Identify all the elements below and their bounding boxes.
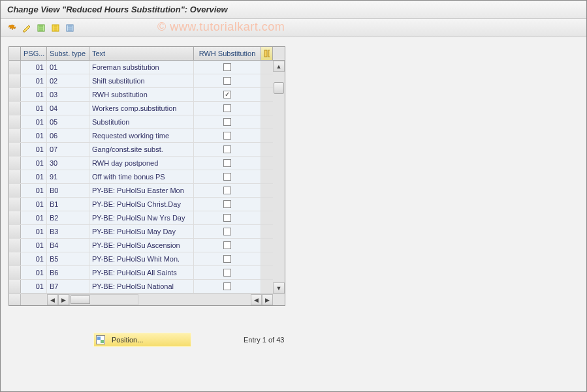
rwh-checkbox[interactable] xyxy=(223,104,231,112)
table-row[interactable]: 0130RWH day postponed xyxy=(9,157,285,170)
hs-right-1[interactable]: ▶ xyxy=(58,294,69,305)
configure-columns-button[interactable] xyxy=(261,47,273,60)
select-all-button[interactable] xyxy=(35,22,48,35)
row-selector[interactable] xyxy=(9,239,21,252)
svg-rect-3 xyxy=(264,50,267,57)
toolbar: © www.tutorialkart.com xyxy=(1,19,586,37)
rwh-checkbox[interactable] xyxy=(223,241,231,249)
hs-left-1[interactable]: ◀ xyxy=(47,294,58,305)
rwh-checkbox[interactable] xyxy=(223,63,231,71)
change-button[interactable] xyxy=(20,22,33,35)
cell-text: Foreman substitution xyxy=(89,61,194,74)
rwh-checkbox[interactable] xyxy=(223,77,231,85)
vertical-scrollbar[interactable]: ▲ ▼ xyxy=(273,61,285,294)
table-row[interactable]: 0103RWH substitution xyxy=(9,88,285,102)
row-selector[interactable] xyxy=(9,102,21,115)
hs-right-2[interactable]: ▶ xyxy=(262,294,273,305)
table-row[interactable]: 0105Substitution xyxy=(9,115,285,129)
row-selector[interactable] xyxy=(9,252,21,265)
rwh-checkbox[interactable] xyxy=(223,255,231,263)
row-selector[interactable] xyxy=(9,211,21,224)
cell-subst-type: B1 xyxy=(47,198,89,211)
position-button[interactable]: Position... xyxy=(93,333,191,347)
rwh-checkbox[interactable] xyxy=(223,159,231,167)
cell-psg: 01 xyxy=(21,280,47,293)
rwh-checkbox[interactable] xyxy=(223,91,231,98)
table-row[interactable]: 01B6PY-BE: PuHolSu All Saints xyxy=(9,266,285,280)
cell-subst-type: 01 xyxy=(47,61,89,74)
cell-subst-type: B6 xyxy=(47,266,89,279)
rwh-checkbox[interactable] xyxy=(223,173,231,181)
rwh-checkbox[interactable] xyxy=(223,282,231,290)
rwh-checkbox[interactable] xyxy=(223,228,231,235)
rwh-checkbox[interactable] xyxy=(223,145,231,153)
table-row[interactable]: 01B1PY-BE: PuHolSu Christ.Day xyxy=(9,198,285,211)
rwh-checkbox[interactable] xyxy=(223,187,231,194)
hs-track-1[interactable] xyxy=(69,294,138,305)
row-selector[interactable] xyxy=(9,170,21,183)
table-row[interactable]: 0106Requested working time xyxy=(9,129,285,143)
table-settings-button[interactable] xyxy=(63,22,76,35)
row-selector[interactable] xyxy=(9,198,21,211)
table-row[interactable]: 0102Shift substitution xyxy=(9,74,285,88)
cell-rwh xyxy=(194,102,261,115)
table-row[interactable]: 01B0PY-BE: PuHolSu Easter Mon xyxy=(9,184,285,198)
col-text[interactable]: Text xyxy=(89,47,194,60)
table-row[interactable]: 0104Workers comp.substitution xyxy=(9,102,285,115)
table-row[interactable]: 01B2PY-BE: PuHolSu Nw Yrs Day xyxy=(9,211,285,225)
table-row[interactable]: 01B5PY-BE: PuHolSu Whit Mon. xyxy=(9,252,285,266)
scroll-up-button[interactable]: ▲ xyxy=(273,61,285,72)
cell-psg: 01 xyxy=(21,184,47,197)
entry-counter: Entry 1 of 43 xyxy=(244,336,284,344)
row-selector[interactable] xyxy=(9,74,21,87)
table-row[interactable]: 0191Off with time bonus PS xyxy=(9,170,285,184)
grid-header: PSG... Subst. type Text RWH Substitution xyxy=(9,47,285,61)
hs-corner-right xyxy=(273,294,285,305)
cell-rwh xyxy=(194,143,261,156)
row-selector[interactable] xyxy=(9,184,21,197)
row-selector[interactable] xyxy=(9,157,21,170)
cell-psg: 01 xyxy=(21,211,47,224)
cell-text: Substitution xyxy=(89,115,194,128)
row-selector[interactable] xyxy=(9,280,21,293)
hs-left-2[interactable]: ◀ xyxy=(251,294,262,305)
position-icon xyxy=(96,335,105,344)
deselect-all-button[interactable] xyxy=(49,22,62,35)
scroll-down-button[interactable]: ▼ xyxy=(273,282,285,294)
rwh-checkbox[interactable] xyxy=(223,269,231,277)
col-subst-type[interactable]: Subst. type xyxy=(47,47,89,60)
row-selector[interactable] xyxy=(9,129,21,142)
scroll-header-spacer xyxy=(273,47,285,60)
table-row[interactable]: 01B4PY-BE: PuHolSu Ascension xyxy=(9,239,285,252)
svg-rect-4 xyxy=(268,50,270,57)
table-row[interactable]: 0107Gang/const.site subst. xyxy=(9,143,285,157)
cell-rwh xyxy=(194,129,261,142)
row-selector[interactable] xyxy=(9,61,21,74)
cell-psg: 01 xyxy=(21,225,47,238)
row-selector[interactable] xyxy=(9,88,21,101)
cell-psg: 01 xyxy=(21,61,47,74)
rwh-checkbox[interactable] xyxy=(223,214,231,222)
hs-thumb-1[interactable] xyxy=(71,295,90,304)
rwh-checkbox[interactable] xyxy=(223,132,231,140)
row-selector[interactable] xyxy=(9,115,21,128)
rwh-checkbox[interactable] xyxy=(223,200,231,208)
row-selector[interactable] xyxy=(9,143,21,156)
cell-subst-type: B0 xyxy=(47,184,89,197)
scroll-thumb[interactable] xyxy=(274,82,284,94)
col-rwh-substitution[interactable]: RWH Substitution xyxy=(194,47,261,60)
table-row[interactable]: 01B3PY-BE: PuHolSu May Day xyxy=(9,225,285,239)
cell-text: PY-BE: PuHolSu Easter Mon xyxy=(89,184,194,197)
scroll-track[interactable] xyxy=(273,72,285,282)
row-selector-header[interactable] xyxy=(9,47,21,60)
rwh-checkbox[interactable] xyxy=(223,118,231,126)
table-row[interactable]: 0101Foreman substitution xyxy=(9,61,285,74)
row-selector[interactable] xyxy=(9,225,21,238)
cell-psg: 01 xyxy=(21,102,47,115)
toggle-display-change-button[interactable] xyxy=(6,22,19,35)
col-psg[interactable]: PSG... xyxy=(21,47,47,60)
table-row[interactable]: 01B7PY-BE: PuHolSu National xyxy=(9,280,285,294)
cell-psg: 01 xyxy=(21,88,47,101)
cell-text: Workers comp.substitution xyxy=(89,102,194,115)
row-selector[interactable] xyxy=(9,266,21,279)
